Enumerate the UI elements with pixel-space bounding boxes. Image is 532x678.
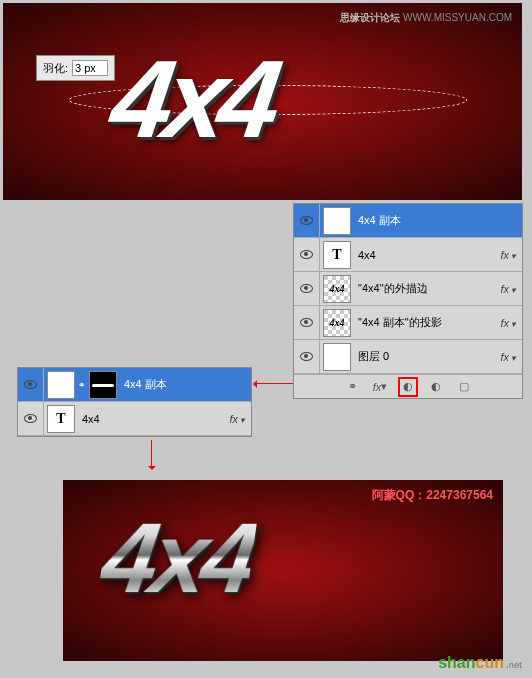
layer-row[interactable]: 图层 0 fx▾ (294, 340, 522, 374)
layer-row[interactable]: T ⚭ 4x4 副本 (18, 368, 251, 402)
fx-badge[interactable]: fx▾ (500, 283, 516, 295)
feather-box: 羽化: (36, 55, 115, 81)
layer-name: "4x4"的外描边 (354, 281, 522, 296)
layer-name: "4x4 副本"的投影 (354, 315, 522, 330)
visibility-toggle[interactable] (294, 204, 320, 237)
arrow-horizontal (255, 383, 293, 384)
visibility-toggle[interactable] (294, 306, 320, 339)
eye-icon (300, 352, 313, 361)
layer-name: 4x4 副本 (120, 377, 251, 392)
attribution-label: 思缘设计论坛 (340, 12, 400, 23)
fx-badge[interactable]: fx▾ (500, 317, 516, 329)
layer-name: 4x4 (354, 249, 522, 261)
visibility-toggle[interactable] (294, 272, 320, 305)
visibility-toggle[interactable] (18, 402, 44, 435)
eye-icon (24, 414, 37, 423)
fx-badge[interactable]: fx▾ (500, 249, 516, 261)
mask-icon[interactable]: ◐ (401, 380, 415, 394)
layer-thumb (323, 343, 351, 371)
fx-badge[interactable]: fx▾ (229, 413, 245, 425)
layer-thumb: T (323, 241, 351, 269)
panel-footer: ⚭ fx▾ ◐ ◐ ▢ (294, 374, 522, 398)
link-icon[interactable]: ⚭ (345, 380, 359, 394)
eye-icon (300, 250, 313, 259)
attribution-url: WWW.MISSYUAN.COM (403, 12, 512, 23)
text-4x4-top: 4x4 (104, 35, 281, 162)
layers-panel-left: T ⚭ 4x4 副本 T 4x4 fx▾ (17, 367, 252, 437)
layer-name: 4x4 副本 (354, 213, 522, 228)
adjustment-icon[interactable]: ◐ (429, 380, 443, 394)
layer-name: 4x4 (78, 413, 251, 425)
layer-row[interactable]: 4x4 "4x4 副本"的投影 fx▾ (294, 306, 522, 340)
watermark-part2: cun (476, 654, 504, 671)
watermark-sub: .net (506, 660, 522, 670)
layer-row[interactable]: 4x4 "4x4"的外描边 fx▾ (294, 272, 522, 306)
layer-thumb: T (323, 207, 351, 235)
fx-badge[interactable]: fx▾ (500, 351, 516, 363)
layers-panel-right: T 4x4 副本 T 4x4 fx▾ 4x4 "4x4"的外描边 fx▾ 4x4… (293, 203, 523, 399)
canvas-top: 思缘设计论坛 WWW.MISSYUAN.COM 羽化: 4x4 (3, 3, 522, 200)
eye-icon (24, 380, 37, 389)
layer-row[interactable]: T 4x4 fx▾ (18, 402, 251, 436)
bottom-credit: 阿蒙QQ：2247367564 (372, 487, 493, 504)
eye-icon (300, 216, 313, 225)
eye-icon (300, 318, 313, 327)
eye-icon (300, 284, 313, 293)
attribution: 思缘设计论坛 WWW.MISSYUAN.COM (340, 11, 512, 25)
layer-row[interactable]: T 4x4 fx▾ (294, 238, 522, 272)
text-4x4-bottom: 4x4 (95, 500, 260, 615)
layer-row[interactable]: T 4x4 副本 (294, 204, 522, 238)
feather-label: 羽化: (43, 61, 68, 76)
fx-icon[interactable]: fx▾ (373, 380, 387, 394)
watermark: shancun.net (438, 654, 522, 672)
layer-thumb: T (47, 405, 75, 433)
visibility-toggle[interactable] (294, 238, 320, 271)
feather-input[interactable] (72, 60, 108, 76)
layer-thumb: T (47, 371, 75, 399)
layer-thumb: 4x4 (323, 275, 351, 303)
folder-icon[interactable]: ▢ (457, 380, 471, 394)
canvas-bottom: 阿蒙QQ：2247367564 4x4 (63, 480, 503, 661)
mask-link-icon: ⚭ (78, 380, 86, 390)
arrow-vertical (151, 440, 152, 468)
mask-thumb (89, 371, 117, 399)
layer-name: 图层 0 (354, 349, 522, 364)
watermark-part1: shan (438, 654, 475, 671)
layer-thumb: 4x4 (323, 309, 351, 337)
visibility-toggle[interactable] (18, 368, 44, 401)
visibility-toggle[interactable] (294, 340, 320, 373)
